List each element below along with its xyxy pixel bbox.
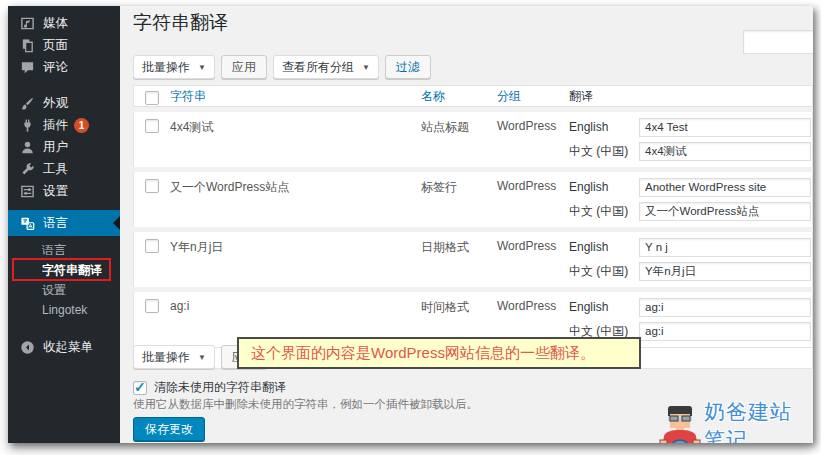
translations-cell: English 中文 (中国) bbox=[569, 236, 812, 282]
table-row: Y年n月j日 日期格式 WordPress English 中文 (中国) bbox=[133, 232, 813, 287]
language-label: 中文 (中国) bbox=[569, 203, 639, 220]
sidebar-item-label: 语言 bbox=[43, 215, 68, 232]
strings-table: 字符串 名称 分组 翻译 4x4测试 站点标题 WordPress Englis… bbox=[133, 85, 813, 369]
string-cell: 4x4测试 bbox=[170, 116, 421, 162]
name-cell: 日期格式 bbox=[421, 236, 497, 282]
translation-input[interactable] bbox=[639, 118, 811, 137]
string-cell: ag:i bbox=[170, 296, 421, 342]
submenu-item-settings[interactable]: 设置 bbox=[8, 280, 120, 300]
sidebar-item-label: 用户 bbox=[43, 139, 68, 156]
column-header-translations: 翻译 bbox=[569, 88, 812, 105]
sidebar-item-pages[interactable]: 页面 bbox=[8, 34, 120, 56]
settings-sliders-icon bbox=[20, 184, 35, 199]
translation-input[interactable] bbox=[639, 298, 811, 317]
watermark-text: 奶爸建站笔记 bbox=[704, 398, 813, 443]
group-cell: WordPress bbox=[497, 236, 569, 282]
collapse-menu-button[interactable]: 收起菜单 bbox=[8, 336, 120, 358]
submenu-item-string-translations[interactable]: 字符串翻译 bbox=[8, 260, 120, 280]
translation-input[interactable] bbox=[639, 322, 811, 341]
filter-button[interactable]: 过滤 bbox=[385, 55, 431, 79]
language-label: English bbox=[569, 180, 639, 194]
menu-separator bbox=[8, 78, 120, 92]
translation-input[interactable] bbox=[639, 202, 811, 221]
table-row: 又一个WordPress站点 标签行 WordPress English 中文 … bbox=[133, 172, 813, 227]
group-filter-select[interactable]: 查看所有分组 ▼ bbox=[273, 55, 379, 79]
pages-icon bbox=[20, 38, 35, 53]
table-row: 4x4测试 站点标题 WordPress English 中文 (中国) bbox=[133, 112, 813, 167]
translations-cell: English 中文 (中国) bbox=[569, 116, 812, 162]
chevron-down-icon: ▼ bbox=[198, 63, 206, 72]
admin-content: 字符串翻译 批量操作 ▼ 应用 查看所有分组 ▼ 过滤 字符串 名称 分组 翻译 bbox=[120, 6, 813, 443]
menu-separator bbox=[8, 202, 120, 210]
group-cell: WordPress bbox=[497, 176, 569, 222]
translation-input[interactable] bbox=[639, 238, 811, 257]
chevron-down-icon: ▼ bbox=[198, 353, 206, 362]
language-label: 中文 (中国) bbox=[569, 263, 639, 280]
row-checkbox[interactable] bbox=[145, 119, 159, 133]
sidebar-item-label: 媒体 bbox=[43, 15, 68, 32]
language-label: 中文 (中国) bbox=[569, 143, 639, 160]
string-cell: 又一个WordPress站点 bbox=[170, 176, 421, 222]
sidebar-item-appearance[interactable]: 外观 bbox=[8, 92, 120, 114]
sidebar-item-label: 页面 bbox=[43, 37, 68, 54]
plugins-plug-icon bbox=[20, 118, 35, 133]
translation-input[interactable] bbox=[639, 178, 811, 197]
chevron-down-icon: ▼ bbox=[362, 63, 370, 72]
sidebar-item-label: 工具 bbox=[43, 161, 68, 178]
sidebar-item-label: 外观 bbox=[43, 95, 68, 112]
name-cell: 标签行 bbox=[421, 176, 497, 222]
row-checkbox[interactable] bbox=[145, 179, 159, 193]
plugins-update-badge: 1 bbox=[74, 118, 89, 133]
save-changes-button[interactable]: 保存更改 bbox=[133, 417, 205, 441]
sidebar-item-label: 设置 bbox=[43, 183, 68, 200]
bulk-actions-select[interactable]: 批量操作 ▼ bbox=[133, 55, 215, 79]
select-all-checkbox[interactable] bbox=[145, 91, 159, 105]
languages-submenu: 语言 字符串翻译 设置 Lingotek bbox=[8, 236, 120, 320]
row-checkbox[interactable] bbox=[145, 299, 159, 313]
page-title: 字符串翻译 bbox=[133, 10, 228, 36]
languages-translation-icon bbox=[20, 216, 35, 231]
language-label: English bbox=[569, 300, 639, 314]
group-cell: WordPress bbox=[497, 116, 569, 162]
column-header-name[interactable]: 名称 bbox=[421, 88, 497, 105]
language-label: English bbox=[569, 240, 639, 254]
submenu-item-languages[interactable]: 语言 bbox=[8, 240, 120, 260]
string-cell: Y年n月j日 bbox=[170, 236, 421, 282]
annotation-callout: 这个界面的内容是WordPress网站信息的一些翻译。 bbox=[237, 337, 641, 369]
comments-icon bbox=[20, 60, 35, 75]
language-label: English bbox=[569, 120, 639, 134]
name-cell: 时间格式 bbox=[421, 296, 497, 342]
media-icon bbox=[20, 16, 35, 31]
appearance-brush-icon bbox=[20, 96, 35, 111]
sidebar-item-languages[interactable]: 语言 bbox=[8, 210, 120, 236]
column-header-string[interactable]: 字符串 bbox=[170, 88, 421, 105]
cleanup-label: 清除未使用的字符串翻译 bbox=[154, 379, 286, 396]
sidebar-item-tools[interactable]: 工具 bbox=[8, 158, 120, 180]
admin-sidebar: 媒体 页面 评论 外观 插件 1 bbox=[8, 6, 120, 443]
sidebar-item-label: 插件 bbox=[43, 117, 68, 134]
sidebar-item-comments[interactable]: 评论 bbox=[8, 56, 120, 78]
translation-input[interactable] bbox=[639, 142, 811, 161]
sidebar-item-users[interactable]: 用户 bbox=[8, 136, 120, 158]
translation-input[interactable] bbox=[639, 262, 811, 281]
row-checkbox[interactable] bbox=[145, 239, 159, 253]
name-cell: 站点标题 bbox=[421, 116, 497, 162]
sidebar-item-label: 评论 bbox=[43, 59, 68, 76]
apply-button[interactable]: 应用 bbox=[221, 55, 267, 79]
watermark-avatar-icon bbox=[658, 404, 702, 443]
search-input[interactable] bbox=[743, 30, 813, 54]
sidebar-item-settings[interactable]: 设置 bbox=[8, 180, 120, 202]
watermark: 奶爸建站笔记 bbox=[658, 398, 813, 443]
tools-wrench-icon bbox=[20, 162, 35, 177]
bulk-actions-select[interactable]: 批量操作 ▼ bbox=[133, 345, 215, 369]
submenu-item-lingotek[interactable]: Lingotek bbox=[8, 300, 120, 320]
wordpress-admin-window: 媒体 页面 评论 外观 插件 1 bbox=[8, 6, 813, 443]
sidebar-item-media[interactable]: 媒体 bbox=[8, 12, 120, 34]
column-header-group[interactable]: 分组 bbox=[497, 88, 569, 105]
cleanup-option: 清除未使用的字符串翻译 bbox=[133, 379, 286, 396]
collapse-menu-label: 收起菜单 bbox=[43, 339, 93, 356]
cleanup-checkbox[interactable] bbox=[133, 381, 147, 395]
sidebar-item-plugins[interactable]: 插件 1 bbox=[8, 114, 120, 136]
cleanup-description: 使用它从数据库中删除未使用的字符串，例如一个插件被卸载以后。 bbox=[133, 397, 478, 412]
table-header-row: 字符串 名称 分组 翻译 bbox=[133, 85, 813, 107]
